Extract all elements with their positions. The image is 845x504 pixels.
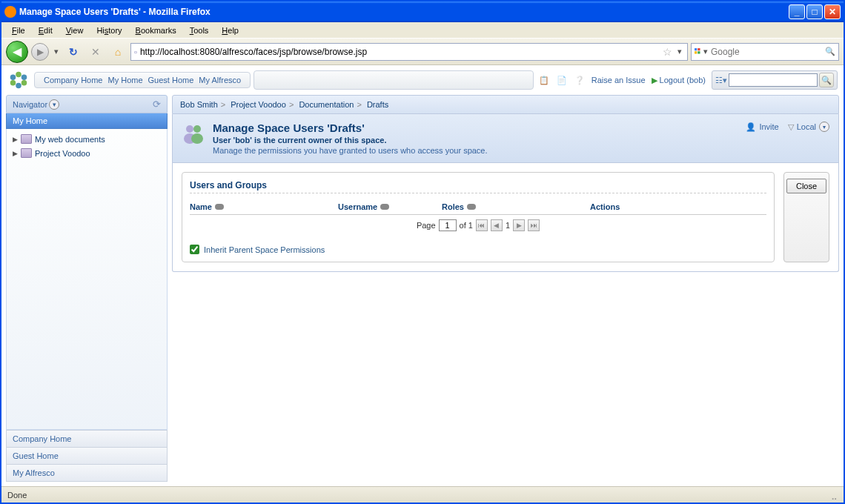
nav-tree: ▶ My web documents ▶ Project Voodoo [6,129,168,430]
crumb-1[interactable]: Project Voodoo [231,100,286,109]
col-actions: Actions [590,202,766,211]
search-icon[interactable]: 🔍 [825,47,835,56]
link-company-home[interactable]: Company Home [42,76,104,84]
inherit-row: Inherit Parent Space Permissions [190,245,766,254]
inherit-checkbox[interactable] [190,245,199,254]
last-page-button[interactable]: ⏭ [528,219,540,231]
local-link[interactable]: ▽Local ▾ [788,122,829,132]
table-header: Name Username Roles Actions [190,199,766,215]
owner-text: User 'bob' is the current owner of this … [213,136,488,145]
menubar: File Edit View History Bookmarks Tools H… [1,22,844,39]
reload-icon[interactable]: ↻ [67,45,80,59]
chevron-down-icon[interactable]: ▾ [819,122,829,132]
close-panel: Close [783,172,829,262]
statusbar: Done ⣀ [1,486,844,503]
url-input[interactable] [140,47,660,57]
svg-rect-2 [695,51,697,53]
svg-point-4 [16,72,21,78]
svg-point-13 [191,133,203,144]
nav-links: Company Home My Home Guest Home My Alfre… [34,72,251,88]
next-page-button[interactable]: ▶ [513,219,525,231]
address-bar: ▫ ☆ ▾ [130,43,688,61]
tree-label: My web documents [35,135,105,144]
expand-arrow-icon[interactable]: ▶ [13,150,18,157]
stop-icon[interactable]: ✕ [89,45,102,59]
users-groups-panel: Users and Groups Name Username Roles Act… [182,172,775,262]
shortcut-guest-home[interactable]: Guest Home [6,448,168,465]
refresh-icon[interactable]: ⟳ [153,99,161,110]
nav-spacer [254,70,534,90]
crumb-3[interactable]: Drafts [367,100,388,109]
shortcut-company-home[interactable]: Company Home [6,430,168,448]
raise-issue-link[interactable]: Raise an Issue [592,76,646,84]
close-window-button[interactable]: ✕ [824,4,841,19]
svg-point-11 [193,125,201,133]
menu-bookmarks[interactable]: Bookmarks [130,24,182,36]
svg-point-10 [186,125,193,133]
col-roles[interactable]: Roles [442,202,590,211]
tree-item-project-voodoo[interactable]: ▶ Project Voodoo [8,146,165,160]
close-button[interactable]: Close [786,179,826,193]
expand-arrow-icon[interactable]: ▶ [13,136,18,143]
col-name[interactable]: Name [190,202,338,211]
resize-grip-icon[interactable]: ⣀ [831,490,838,500]
logout-link[interactable]: ▶ Logout (bob) [652,76,706,85]
link-my-alfresco[interactable]: My Alfresco [197,76,242,84]
menu-help[interactable]: Help [216,24,245,36]
tree-item-web-documents[interactable]: ▶ My web documents [8,132,165,146]
filter-icon: ▽ [788,122,794,132]
navigator-header[interactable]: Navigator ▾ ⟳ [6,95,168,113]
sort-icon [380,204,389,210]
menu-view[interactable]: View [60,24,90,36]
alfresco-search-button[interactable]: 🔍 [819,73,834,87]
clipboard-icon[interactable]: 📋 [538,74,550,86]
page-input[interactable] [439,219,457,231]
forward-button[interactable]: ▶ [31,43,49,61]
engine-dropdown[interactable]: ▾ [703,43,708,61]
svg-point-7 [16,83,21,89]
window-titlebar: Manage Space Users 'Drafts' - Mozilla Fi… [1,1,844,22]
options-icon[interactable]: ☷▾ [715,74,727,86]
svg-rect-0 [695,48,697,50]
menu-history[interactable]: History [90,24,127,36]
tree-label: Project Voodoo [35,149,90,158]
pager: Page of 1 ⏮ ◀ 1 ▶ ⏭ [190,215,766,236]
alfresco-topbar: Company Home My Home Guest Home My Alfre… [1,65,844,95]
help-icon[interactable]: ❔ [574,74,586,86]
nav-bottom: Company Home Guest Home My Alfresco [6,430,168,482]
alfresco-logo [7,69,30,91]
panel-title: Users and Groups [190,180,766,193]
maximize-button[interactable]: □ [806,4,823,19]
nav-selected-item[interactable]: My Home [6,113,168,129]
col-username[interactable]: Username [338,202,442,211]
menu-tools[interactable]: Tools [184,24,215,36]
svg-point-5 [21,75,27,81]
back-button[interactable]: ◀ [6,41,28,63]
menu-edit[interactable]: Edit [33,24,59,36]
chevron-down-icon[interactable]: ▾ [49,99,59,110]
search-input[interactable] [711,47,822,57]
svg-point-9 [10,75,16,81]
desc-text: Manage the permissions you have granted … [213,146,488,155]
crumb-0[interactable]: Bob Smith [180,100,218,109]
prev-page-button[interactable]: ◀ [491,219,503,231]
invite-link[interactable]: 👤Invite [746,122,778,132]
link-my-home[interactable]: My Home [106,76,144,84]
inherit-label: Inherit Parent Space Permissions [204,245,325,254]
users-icon [182,122,205,145]
google-logo-icon[interactable] [695,47,700,57]
minimize-button[interactable]: _ [789,4,805,19]
bookmark-star-icon[interactable]: ☆ [663,46,672,58]
home-icon[interactable]: ⌂ [111,45,125,59]
shortcut-my-alfresco[interactable]: My Alfresco [6,465,168,482]
alfresco-search-input[interactable] [729,73,818,87]
addr-dropdown[interactable]: ▾ [675,43,684,61]
first-page-button[interactable]: ⏮ [476,219,488,231]
right-panel: Bob Smith> Project Voodoo> Documentation… [172,95,839,482]
crumb-2[interactable]: Documentation [299,100,354,109]
content-body: Users and Groups Name Username Roles Act… [172,163,839,272]
menu-file[interactable]: File [6,24,31,36]
link-guest-home[interactable]: Guest Home [147,76,196,84]
paste-icon[interactable]: 📄 [556,74,568,86]
history-dropdown[interactable]: ▾ [52,43,61,61]
